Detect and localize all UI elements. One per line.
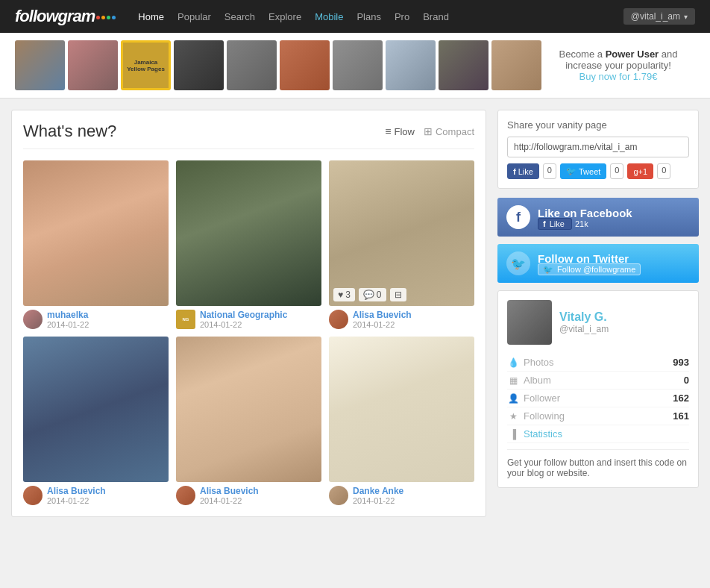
fb-sub-btn[interactable]: f Like: [538, 218, 572, 230]
stat-photos: 💧 Photos 993: [507, 354, 689, 372]
avatar[interactable]: [176, 486, 195, 505]
photo-date: 2014-01-22: [47, 496, 169, 505]
nav-brand[interactable]: Brand: [423, 11, 449, 22]
photo-thumb[interactable]: [176, 337, 321, 482]
navbar: followgram Home Popular Search Explore M…: [0, 0, 710, 33]
tw-banner-sub: 🐦 Follow @followgrame: [538, 265, 690, 275]
photo-date: 2014-01-22: [353, 496, 474, 505]
photo-meta: Danke Anke 2014-01-22: [329, 486, 474, 505]
fb-banner-title: Like on Facebook: [538, 207, 690, 219]
avatar[interactable]: [23, 310, 43, 329]
promo-avatar[interactable]: [174, 40, 224, 90]
promo-cta[interactable]: Buy now for 1.79€: [579, 71, 658, 82]
compact-icon: ⊞: [424, 125, 433, 137]
nav-plans[interactable]: Plans: [356, 11, 381, 22]
photo-item: NG National Geographic 2014-01-22: [176, 160, 321, 329]
photo-item: Alisa Buevich 2014-01-22: [23, 337, 169, 505]
avatar[interactable]: [329, 310, 348, 329]
nav-home[interactable]: Home: [138, 11, 164, 22]
stat-statistics: ▐ Statistics: [507, 425, 689, 443]
avatar[interactable]: [329, 486, 348, 505]
profile-footer: Get your follow button and insert this c…: [507, 457, 689, 478]
divider: [507, 449, 689, 450]
profile-header: Vitaly G. @vital_i_am: [507, 300, 689, 345]
promo-avatar[interactable]: [333, 40, 383, 90]
nav-popular[interactable]: Popular: [178, 11, 211, 22]
photo-thumb[interactable]: ♥ 3 💬 0 ⊟: [329, 160, 474, 306]
avatar[interactable]: NG: [176, 310, 195, 329]
tw-sub-btn[interactable]: 🐦 Follow @followgrame: [538, 263, 641, 275]
photo-author[interactable]: Alisa Buevich: [200, 486, 321, 496]
photo-thumb[interactable]: [176, 160, 321, 306]
photo-thumb[interactable]: [329, 337, 474, 482]
sidebar: Share your vanity page f Like 0 🐦 Tweet …: [497, 110, 699, 517]
vanity-title: Share your vanity page: [507, 119, 689, 131]
social-buttons: f Like 0 🐦 Tweet 0 g+1 0: [507, 163, 689, 179]
promo-power-user: Power User: [606, 49, 659, 60]
following-icon: ★: [507, 411, 519, 422]
fb-banner-icon: f: [506, 205, 530, 229]
photo-date: 2014-01-22: [353, 320, 474, 329]
promo-avatar[interactable]: [15, 40, 65, 90]
photo-author[interactable]: Danke Anke: [353, 486, 474, 496]
photo-date: 2014-01-22: [200, 320, 321, 329]
nav-links: Home Popular Search Explore Mobile Plans…: [138, 11, 623, 22]
user-menu[interactable]: @vital_i_am: [623, 8, 695, 25]
promo-text: Become a Power User and increase your po…: [541, 49, 695, 82]
nav-mobile[interactable]: Mobile: [315, 11, 343, 22]
tw-icon: 🐦: [566, 166, 577, 176]
photo-author[interactable]: National Geographic: [200, 310, 321, 320]
view-flow[interactable]: ≡ Flow: [385, 125, 415, 137]
promo-avatar[interactable]: [227, 40, 277, 90]
statistics-link[interactable]: Statistics: [524, 428, 562, 440]
promo-avatar[interactable]: [386, 40, 436, 90]
promo-line1: Become a: [559, 49, 605, 60]
photo-date: 2014-01-22: [200, 496, 321, 505]
nav-pro[interactable]: Pro: [395, 11, 409, 22]
main-container: What's new? ≡ Flow ⊞ Compact: [0, 98, 710, 528]
photo-overlay: ♥ 3 💬 0 ⊟: [333, 288, 406, 301]
flow-icon: ≡: [385, 125, 391, 137]
photo-meta: muhaelka 2014-01-22: [23, 310, 169, 329]
nav-explore[interactable]: Explore: [268, 11, 301, 22]
fb-icon: f: [513, 167, 516, 176]
fb-like-count: 0: [543, 163, 556, 179]
section-header: What's new? ≡ Flow ⊞ Compact: [23, 122, 474, 149]
share-button[interactable]: ⊟: [390, 288, 406, 301]
photo-author[interactable]: Alisa Buevich: [353, 310, 474, 320]
tw-tweet-button[interactable]: 🐦 Tweet: [560, 163, 606, 179]
fb-like-button[interactable]: f Like: [507, 163, 539, 179]
photo-meta: Alisa Buevich 2014-01-22: [176, 486, 321, 505]
vanity-url-input[interactable]: [507, 137, 689, 157]
vanity-card: Share your vanity page f Like 0 🐦 Tweet …: [497, 110, 699, 189]
like-button[interactable]: ♥ 3: [333, 288, 355, 301]
profile-name[interactable]: Vitaly G.: [559, 310, 609, 324]
promo-avatar[interactable]: [68, 40, 118, 90]
nav-search[interactable]: Search: [224, 11, 255, 22]
profile-avatar[interactable]: [507, 300, 552, 345]
promo-avatar[interactable]: [280, 40, 330, 90]
promo-strip: Jamaica Yellow Pages Become a Power User…: [0, 33, 710, 98]
view-toggles: ≡ Flow ⊞ Compact: [385, 125, 474, 137]
photo-thumb[interactable]: [23, 160, 169, 306]
promo-avatar[interactable]: [491, 40, 541, 90]
tw-follow-banner[interactable]: 🐦 Follow on Twitter 🐦 Follow @followgram…: [497, 244, 699, 283]
follower-icon: 👤: [507, 393, 519, 404]
content-area: What's new? ≡ Flow ⊞ Compact: [11, 110, 486, 517]
gplus-button[interactable]: g+1: [627, 163, 653, 179]
avatar[interactable]: [23, 486, 43, 505]
photo-item: ♥ 3 💬 0 ⊟ Alisa Buevich 2014-01-22: [329, 160, 474, 329]
photo-thumb[interactable]: [23, 337, 169, 482]
photo-author[interactable]: Alisa Buevich: [47, 486, 169, 496]
promo-avatar[interactable]: [439, 40, 488, 90]
photo-meta: Alisa Buevich 2014-01-22: [329, 310, 474, 329]
promo-avatar-highlight[interactable]: Jamaica Yellow Pages: [121, 40, 171, 90]
photo-author[interactable]: muhaelka: [47, 310, 169, 320]
album-icon: ▦: [507, 375, 519, 386]
comment-button[interactable]: 💬 0: [359, 288, 386, 301]
fb-banner-sub: f Like 21k: [538, 219, 690, 228]
photo-grid: muhaelka 2014-01-22 NG National Geograph…: [23, 160, 474, 505]
statistics-icon: ▐: [507, 429, 519, 440]
fb-like-banner[interactable]: f Like on Facebook f Like 21k: [497, 198, 699, 237]
view-compact[interactable]: ⊞ Compact: [424, 125, 474, 137]
